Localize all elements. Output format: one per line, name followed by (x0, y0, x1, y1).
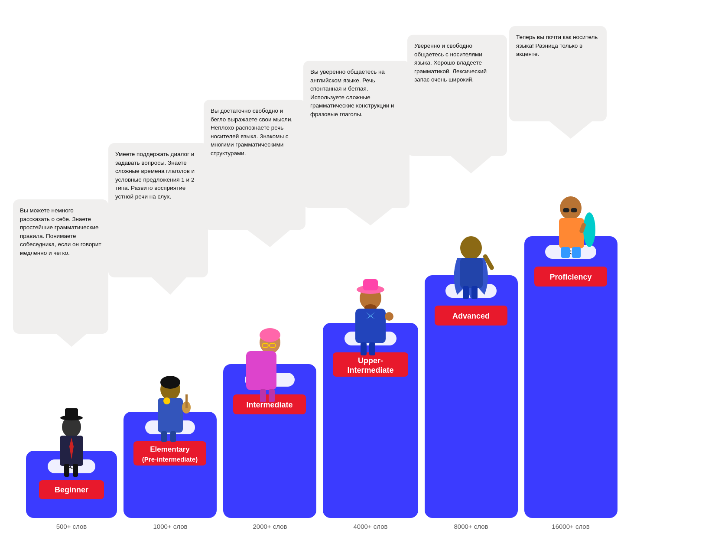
char-shirt-c2 (559, 218, 584, 248)
char-hand-b2 (385, 312, 393, 321)
bubble-text-c1: Уверенно и свободно общаетесь с носителя… (414, 42, 500, 84)
char-body-c1 (460, 258, 483, 288)
bubble-text-a1: Вы можете немного рассказать о себе. Зна… (20, 206, 101, 257)
name-a2-2: (Pre-intermediate) (142, 456, 198, 463)
name-b2-1: Upper- (358, 356, 383, 365)
words-c2: 16000+ слов (552, 523, 589, 530)
char-shorts-r-c2 (572, 247, 581, 258)
char-leg-r-b2 (369, 342, 375, 355)
infographic-svg: A1 Beginner 500+ слов Вы можете немного … (0, 0, 728, 560)
words-a2: 1000+ слов (153, 523, 187, 530)
name-a1: Beginner (55, 485, 88, 494)
bubble-text-a2: Умеете поддержать диалог и задавать вопр… (115, 150, 201, 201)
char-body-a2 (158, 398, 183, 433)
char-leg-r-a1 (73, 464, 78, 477)
char-body-b1 (246, 351, 276, 390)
char-guitar-neck-a2 (185, 394, 188, 408)
bubble-tail-a2 (152, 277, 186, 295)
char-duck-a2 (163, 397, 170, 404)
bubble-tail-b2 (347, 208, 392, 225)
char-leg-r-c1 (471, 286, 478, 299)
char-body-b2 (355, 309, 386, 343)
bubble-text-b1: Вы достаточно свободно и бегло выражаете… (211, 107, 299, 157)
char-shorts-l-c2 (561, 247, 570, 258)
words-b2: 4000+ слов (353, 523, 387, 530)
words-c1: 8000+ слов (454, 523, 488, 530)
char-leg-l-a2 (161, 431, 167, 442)
name-a2-1: Elementary (150, 445, 190, 453)
char-head-c1 (460, 236, 482, 260)
bubble-text-b2: Вы уверенно общаетесь на английском язык… (310, 68, 403, 118)
words-a1: 500+ слов (56, 523, 87, 530)
bubble-text-c2: Теперь вы почти как носитель языка! Разн… (516, 33, 600, 59)
main-container: A1 Beginner 500+ слов Вы можете немного … (0, 0, 728, 560)
char-hat-top-a1 (65, 408, 78, 418)
char-surf-c2 (583, 212, 595, 247)
name-b2-2: Intermediate (347, 366, 393, 374)
name-c2: Proficiency (549, 273, 592, 281)
char-leg-l-c1 (463, 286, 469, 299)
char-leg-l-a1 (64, 464, 69, 477)
char-hair-a2 (160, 376, 180, 389)
char-leg-r-b1 (269, 389, 275, 402)
char-leg-l-b2 (361, 342, 367, 355)
char-leg-r-a2 (170, 431, 176, 442)
char-hair-b1 (260, 328, 280, 342)
name-c1: Advanced (452, 312, 490, 320)
bubble-tail-a1 (56, 334, 87, 347)
char-hat-top-b2 (363, 279, 378, 290)
bubble-tail-c2 (549, 121, 592, 139)
char-glasses-r-c2 (571, 208, 577, 212)
bubble-tail-c1 (451, 156, 491, 173)
words-b1: 2000+ слов (253, 523, 287, 530)
char-glasses-l-c2 (563, 208, 569, 212)
char-head-c2 (560, 196, 582, 220)
bubble-tail-b1 (247, 230, 290, 247)
char-leg-l-b1 (260, 389, 266, 402)
